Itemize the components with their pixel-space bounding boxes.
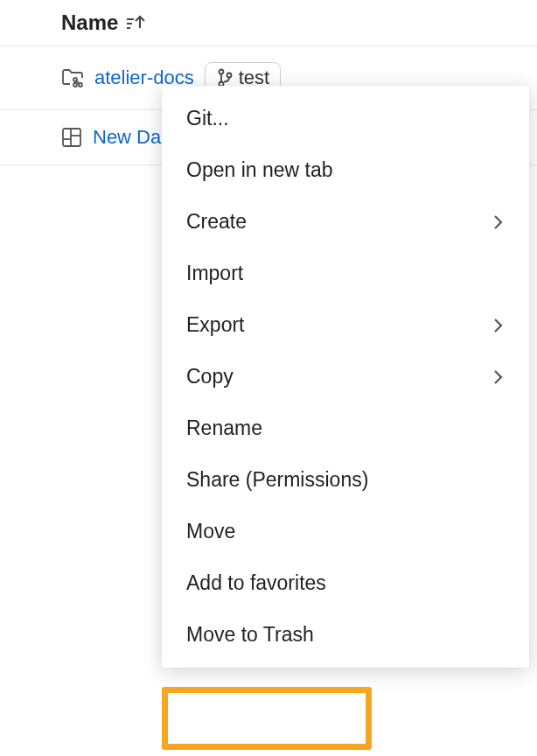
highlight-annotation [162, 687, 372, 750]
menu-item-label: Copy [186, 365, 234, 388]
menu-item-label: Move to Trash [186, 623, 314, 647]
menu-item-move-to-trash[interactable]: Move to Trash [162, 609, 529, 661]
context-menu: Git... Open in new tab Create Import Exp… [162, 86, 529, 668]
menu-item-label: Add to favorites [186, 571, 326, 595]
chevron-right-icon [492, 368, 505, 386]
branch-icon [216, 68, 234, 88]
menu-item-export[interactable]: Export [162, 299, 529, 351]
sort-icon[interactable] [125, 14, 146, 32]
svg-point-10 [227, 74, 231, 78]
menu-item-label: Open in new tab [186, 158, 333, 182]
menu-item-add-favorites[interactable]: Add to favorites [162, 557, 529, 609]
menu-item-rename[interactable]: Rename [162, 402, 529, 454]
menu-item-label: Git... [186, 107, 229, 130]
menu-item-share-permissions[interactable]: Share (Permissions) [162, 454, 529, 506]
svg-point-8 [219, 70, 223, 74]
item-name[interactable]: New Da [93, 126, 161, 149]
menu-item-move[interactable]: Move [162, 506, 529, 557]
menu-item-import[interactable]: Import [162, 248, 529, 299]
menu-item-label: Create [186, 210, 247, 234]
menu-item-copy[interactable]: Copy [162, 351, 529, 402]
column-header[interactable]: Name [0, 0, 537, 46]
git-folder-icon [61, 67, 84, 88]
menu-item-label: Export [186, 313, 244, 337]
dashboard-icon [61, 127, 82, 148]
menu-item-open-new-tab[interactable]: Open in new tab [162, 144, 529, 196]
chevron-right-icon [492, 214, 505, 231]
column-header-label: Name [61, 10, 118, 35]
menu-item-label: Share (Permissions) [186, 468, 368, 492]
svg-rect-12 [63, 129, 80, 146]
menu-item-label: Rename [186, 416, 262, 440]
chevron-right-icon [492, 317, 505, 334]
svg-point-6 [73, 83, 77, 87]
menu-item-create[interactable]: Create [162, 196, 529, 248]
menu-item-label: Move [186, 520, 235, 543]
menu-item-git[interactable]: Git... [162, 93, 529, 144]
menu-item-label: Import [186, 262, 243, 285]
